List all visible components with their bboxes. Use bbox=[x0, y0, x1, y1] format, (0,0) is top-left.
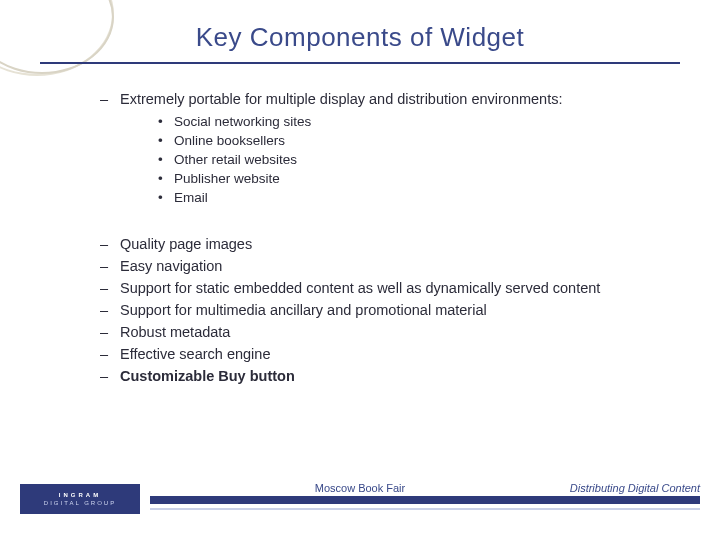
main-bullet-list: Quality page images Easy navigation Supp… bbox=[100, 235, 660, 386]
list-item: Extremely portable for multiple display … bbox=[100, 90, 660, 207]
list-item: Social networking sites bbox=[158, 114, 660, 131]
content-area: Extremely portable for multiple display … bbox=[100, 90, 660, 389]
footer-bar bbox=[150, 496, 700, 504]
list-item: Support for static embedded content as w… bbox=[100, 279, 660, 297]
list-item: Online booksellers bbox=[158, 133, 660, 150]
list-item-text: Extremely portable for multiple display … bbox=[120, 91, 562, 107]
sub-bullet-list: Social networking sites Online bookselle… bbox=[158, 114, 660, 206]
list-item: Robust metadata bbox=[100, 323, 660, 341]
list-item: Easy navigation bbox=[100, 257, 660, 275]
title-underline bbox=[40, 62, 680, 64]
list-item-text: Online booksellers bbox=[174, 133, 285, 148]
intro-list: Extremely portable for multiple display … bbox=[100, 90, 660, 207]
list-item-text: Effective search engine bbox=[120, 346, 270, 362]
list-item: Email bbox=[158, 190, 660, 207]
slide: Key Components of Widget Extremely porta… bbox=[0, 0, 720, 540]
list-item: Customizable Buy button bbox=[100, 367, 660, 385]
list-item-text: Other retail websites bbox=[174, 152, 297, 167]
list-item-text: Publisher website bbox=[174, 171, 280, 186]
footer-bar-accent bbox=[150, 508, 700, 510]
list-item: Other retail websites bbox=[158, 152, 660, 169]
list-item: Support for multimedia ancillary and pro… bbox=[100, 301, 660, 319]
list-item-text: Robust metadata bbox=[120, 324, 230, 340]
footer-right-text: Distributing Digital Content bbox=[570, 482, 700, 494]
list-item-text: Email bbox=[174, 190, 208, 205]
slide-title: Key Components of Widget bbox=[0, 22, 720, 53]
list-item-text: Support for multimedia ancillary and pro… bbox=[120, 302, 487, 318]
list-item-text: Support for static embedded content as w… bbox=[120, 280, 600, 296]
list-item-text: Quality page images bbox=[120, 236, 252, 252]
logo-line2: DIGITAL GROUP bbox=[44, 500, 116, 506]
footer: INGRAM DIGITAL GROUP Moscow Book Fair Di… bbox=[20, 482, 700, 516]
list-item-text: Easy navigation bbox=[120, 258, 222, 274]
list-item-text: Social networking sites bbox=[174, 114, 311, 129]
list-item: Effective search engine bbox=[100, 345, 660, 363]
list-item: Publisher website bbox=[158, 171, 660, 188]
list-item-text: Customizable Buy button bbox=[120, 368, 295, 384]
list-item: Quality page images bbox=[100, 235, 660, 253]
